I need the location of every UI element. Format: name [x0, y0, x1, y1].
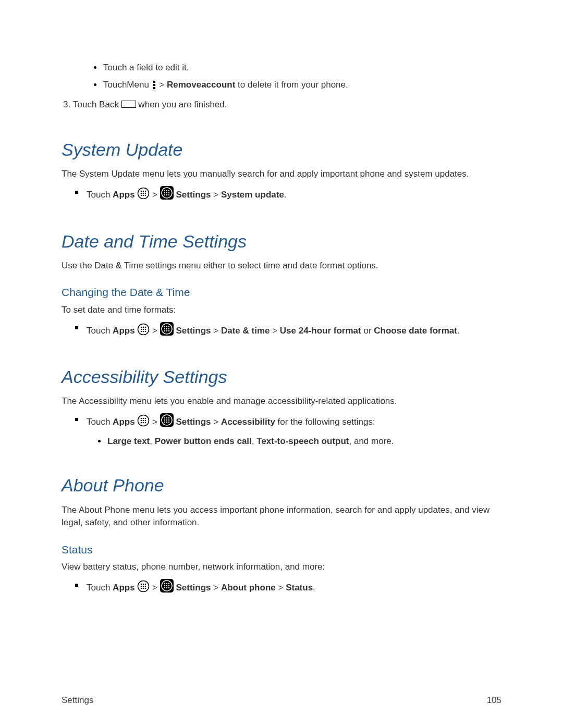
apps-label: Apps: [113, 326, 135, 336]
settings-label: Settings: [176, 326, 211, 336]
intro-bullet-remove-account: TouchMenu > Removeaccount to delete it f…: [103, 79, 501, 94]
accessibility-desc: The Accessibility menu lets you enable a…: [62, 395, 501, 408]
svg-point-30: [143, 328, 144, 330]
svg-point-50: [141, 420, 142, 422]
svg-point-27: [143, 326, 144, 328]
text: for the following settings:: [278, 417, 375, 427]
svg-point-12: [143, 195, 144, 196]
text: >: [213, 417, 221, 427]
text: , and more.: [349, 436, 394, 446]
svg-point-68: [141, 584, 142, 585]
settings-label: Settings: [176, 190, 211, 200]
text: >: [272, 326, 280, 336]
text: >: [213, 190, 221, 200]
text: >: [278, 583, 286, 593]
svg-point-6: [143, 191, 144, 192]
svg-point-52: [145, 420, 146, 422]
power-ends-call-label: Power button ends call: [155, 436, 252, 446]
footer-section-name: Settings: [62, 694, 93, 707]
svg-point-45: [168, 330, 169, 331]
svg-point-81: [168, 583, 169, 584]
accessibility-nav-path: Touch Apps >: [87, 413, 501, 448]
text: >: [159, 80, 167, 90]
svg-point-85: [164, 587, 165, 588]
use-24h-label: Use 24-hour format: [280, 326, 361, 336]
svg-point-76: [145, 588, 146, 589]
page-footer: Settings 105: [62, 694, 501, 707]
svg-point-54: [143, 422, 144, 424]
text: >: [152, 417, 160, 427]
heading-date-time: Date and Time Settings: [62, 229, 501, 254]
text: ,: [252, 436, 256, 446]
svg-point-83: [166, 585, 167, 586]
svg-point-49: [145, 418, 146, 419]
svg-rect-0: [153, 81, 155, 83]
svg-point-19: [164, 192, 165, 193]
svg-point-69: [143, 584, 144, 585]
svg-point-11: [141, 195, 142, 196]
svg-point-31: [145, 328, 146, 330]
svg-point-10: [145, 193, 146, 194]
status-nav-list: Touch Apps >: [62, 579, 501, 597]
svg-point-21: [168, 192, 169, 193]
date-time-desc: Use the Date & Time settings menu either…: [62, 260, 501, 273]
svg-rect-2: [153, 87, 155, 89]
svg-point-16: [164, 190, 165, 191]
status-nav-path: Touch Apps >: [87, 579, 501, 597]
svg-point-24: [168, 194, 169, 195]
date-time-label: Date & time: [221, 326, 270, 336]
svg-point-58: [164, 417, 165, 418]
apps-filled-icon: [160, 413, 174, 431]
text: or: [363, 326, 374, 336]
svg-point-87: [168, 587, 169, 588]
svg-point-9: [143, 193, 144, 194]
svg-point-65: [166, 422, 167, 423]
svg-rect-3: [121, 101, 136, 108]
text: Touch a field to edit it.: [103, 63, 189, 72]
system-update-label: System update: [221, 190, 284, 200]
text: when you are finished.: [138, 100, 227, 109]
date-time-intro: To set date and time formats:: [62, 304, 501, 317]
text: Touch: [87, 326, 110, 336]
apps-filled-icon: [160, 579, 174, 597]
back-icon: [121, 99, 136, 112]
system-update-nav-path: Touch Apps >: [87, 186, 501, 204]
svg-point-20: [166, 192, 167, 193]
svg-point-66: [168, 422, 169, 423]
text: TouchMenu: [103, 80, 149, 90]
svg-point-38: [166, 326, 167, 327]
svg-point-33: [143, 330, 144, 332]
svg-point-5: [141, 191, 142, 192]
svg-point-64: [164, 422, 165, 423]
status-label: Status: [286, 583, 313, 593]
svg-point-26: [141, 326, 142, 328]
text: Touch: [87, 583, 110, 593]
svg-point-40: [164, 328, 165, 329]
svg-point-42: [168, 328, 169, 329]
subheading-status: Status: [62, 542, 501, 558]
apps-filled-icon: [160, 322, 174, 340]
intro-bullet-edit-field: Touch a field to edit it.: [103, 61, 501, 75]
accessibility-options: Large text, Power button ends call, Text…: [107, 435, 501, 448]
text: >: [152, 190, 160, 200]
date-time-nav-path: Touch Apps >: [87, 322, 501, 340]
svg-point-74: [141, 588, 142, 589]
svg-point-8: [141, 193, 142, 194]
svg-point-43: [164, 330, 165, 331]
svg-point-18: [168, 190, 169, 191]
svg-point-32: [141, 330, 142, 332]
svg-point-86: [166, 587, 167, 588]
svg-point-22: [164, 194, 165, 195]
svg-point-75: [143, 588, 144, 589]
svg-point-48: [143, 418, 144, 419]
settings-label: Settings: [176, 417, 211, 427]
system-update-nav-list: Touch Apps >: [62, 186, 501, 204]
svg-point-82: [164, 585, 165, 586]
heading-system-update: System Update: [62, 137, 501, 163]
footer-page-number: 105: [487, 694, 501, 707]
svg-point-13: [145, 195, 146, 196]
svg-point-53: [141, 422, 142, 424]
svg-point-70: [145, 584, 146, 585]
apps-label: Apps: [113, 417, 135, 427]
svg-point-34: [145, 330, 146, 332]
